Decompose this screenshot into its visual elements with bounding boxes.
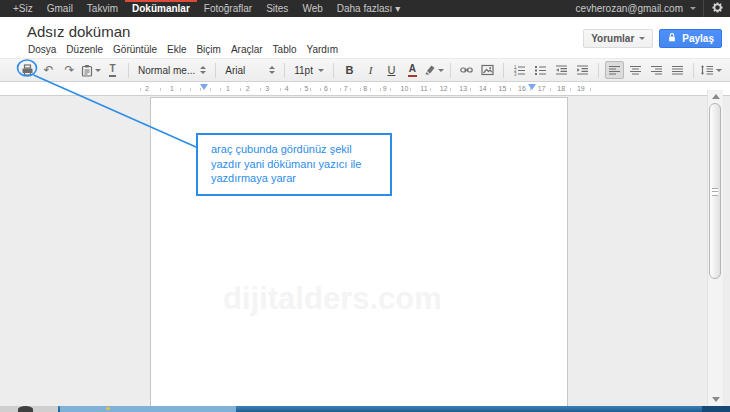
toolbar-separator <box>215 63 216 78</box>
styles-dropdown[interactable]: Normal me... <box>134 61 210 79</box>
underline-button[interactable]: U <box>382 61 401 79</box>
share-button[interactable]: Paylaş <box>659 29 722 48</box>
highlight-color-button[interactable] <box>424 61 444 79</box>
font-updown-icon <box>269 66 275 74</box>
italic-icon: I <box>369 65 373 76</box>
ruler-number: 4 <box>283 85 291 93</box>
toolbar-separator <box>450 63 451 78</box>
ruler-number: 15 <box>496 85 508 93</box>
font-value: Arial <box>225 65 245 76</box>
paint-format-icon: T <box>109 64 115 77</box>
lock-icon <box>667 32 677 45</box>
google-nav-item[interactable]: Sites <box>259 0 295 17</box>
menu-item[interactable]: Yardım <box>301 43 343 56</box>
right-indent-marker[interactable] <box>528 84 536 90</box>
print-icon <box>21 64 34 76</box>
toolbar-separator <box>503 63 504 78</box>
bold-button[interactable]: B <box>340 61 359 79</box>
toolbar-separator <box>598 63 599 78</box>
insert-image-button[interactable] <box>478 61 497 79</box>
menu-item[interactable]: Görüntüle <box>108 43 162 56</box>
align-right-icon <box>650 64 663 76</box>
numbered-list-button[interactable]: 1 2 3 <box>510 61 529 79</box>
menu-item[interactable]: Düzenle <box>61 43 108 56</box>
svg-text:3: 3 <box>514 72 517 77</box>
font-size-chevron-down-icon <box>318 69 324 72</box>
font-size-dropdown[interactable]: 11pt <box>290 61 328 79</box>
vertical-scrollbar[interactable] <box>707 90 723 406</box>
ruler: 2112345678910111213141516171819 <box>0 82 730 96</box>
align-left-icon <box>608 64 621 76</box>
taskbar-app-button[interactable] <box>60 406 236 412</box>
google-nav-item[interactable]: Gmail <box>40 0 80 17</box>
text-color-icon: A <box>408 64 417 77</box>
ruler-number: 12 <box>438 85 450 93</box>
google-nav-item[interactable]: Daha fazlası ▾ <box>330 0 407 17</box>
ruler-number: 17 <box>536 85 548 93</box>
undo-icon: ↶ <box>43 64 53 76</box>
increase-indent-icon <box>576 64 589 76</box>
comments-button[interactable]: Yorumlar <box>583 29 653 48</box>
menu-item[interactable]: Dosya <box>23 43 61 56</box>
align-left-button[interactable] <box>605 61 624 79</box>
scrollbar-thumb[interactable] <box>709 103 721 279</box>
google-nav-item[interactable]: +Siz <box>6 0 40 17</box>
align-justify-button[interactable] <box>668 61 687 79</box>
left-indent-marker[interactable] <box>200 84 208 90</box>
account-chevron-down-icon <box>690 7 696 10</box>
ruler-number: 19 <box>575 85 587 93</box>
font-dropdown[interactable]: Arial <box>221 61 279 79</box>
share-button-label: Paylaş <box>682 33 714 44</box>
start-button[interactable] <box>18 406 33 412</box>
paint-format-button[interactable]: T <box>103 61 122 79</box>
align-center-button[interactable] <box>626 61 645 79</box>
clipboard-icon <box>81 64 93 77</box>
line-spacing-icon <box>700 64 714 76</box>
ruler-number: 11 <box>418 85 429 93</box>
taskbar-app-icon <box>106 407 110 410</box>
ruler-number: 10 <box>398 85 410 93</box>
bold-icon: B <box>345 65 353 76</box>
styles-value: Normal me... <box>138 65 195 76</box>
gear-icon[interactable] <box>711 1 724 16</box>
ruler-number: 16 <box>516 85 528 93</box>
comments-button-label: Yorumlar <box>591 33 634 44</box>
google-nav-item[interactable]: Dokümanlar <box>125 0 197 17</box>
google-nav-item[interactable]: Takvim <box>80 0 125 17</box>
increase-indent-button[interactable] <box>573 61 592 79</box>
toolbar-separator <box>128 63 129 78</box>
decrease-indent-button[interactable] <box>552 61 571 79</box>
document-title[interactable]: Adsız doküman <box>27 23 130 40</box>
ruler-number: 6 <box>322 85 330 93</box>
print-button[interactable] <box>18 61 37 79</box>
menu-item[interactable]: Araçlar <box>226 43 268 56</box>
align-center-icon <box>629 64 642 76</box>
account-email[interactable]: cevherozan@gmail.com <box>576 0 683 17</box>
line-spacing-button[interactable] <box>700 61 722 79</box>
document-header: Adsız doküman DosyaDüzenleGörüntüleEkleB… <box>0 17 730 58</box>
align-right-button[interactable] <box>647 61 666 79</box>
scroll-down-arrow-icon[interactable] <box>712 397 720 402</box>
bulleted-list-button[interactable] <box>531 61 550 79</box>
italic-button[interactable]: I <box>361 61 380 79</box>
menu-item[interactable]: Tablo <box>268 43 302 56</box>
ruler-number: 2 <box>244 85 252 93</box>
scroll-up-arrow-icon[interactable] <box>712 94 720 99</box>
text-color-button[interactable]: A <box>403 61 422 79</box>
menu-item[interactable]: Biçim <box>191 43 225 56</box>
toolbar-separator <box>333 63 334 78</box>
bulleted-list-icon <box>534 64 547 76</box>
ruler-number: 18 <box>555 85 567 93</box>
line-spacing-chevron-down-icon <box>716 69 722 72</box>
google-nav-item[interactable]: Fotoğraflar <box>197 0 259 17</box>
web-clipboard-button[interactable] <box>81 61 101 79</box>
insert-link-button[interactable] <box>457 61 476 79</box>
redo-button[interactable]: ↷ <box>60 61 79 79</box>
ruler-number: 9 <box>381 85 389 93</box>
menu-item[interactable]: Ekle <box>162 43 191 56</box>
clipboard-chevron-down-icon <box>95 69 101 72</box>
annotation-callout: araç çubunda gördünüz şekil yazdır yani … <box>196 133 392 196</box>
undo-button[interactable]: ↶ <box>39 61 58 79</box>
google-nav-item[interactable]: Web <box>295 0 329 17</box>
ruler-number: 7 <box>342 85 350 93</box>
